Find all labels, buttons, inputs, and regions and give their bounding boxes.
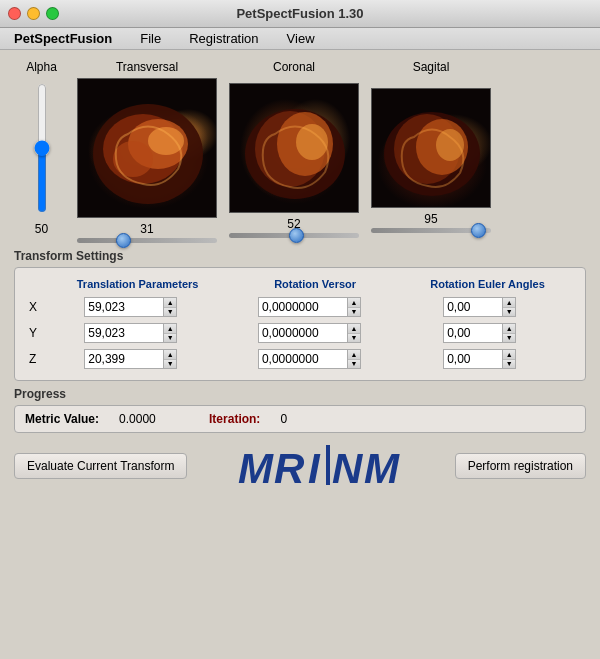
menubar: PetSpectFusion File Registration View (0, 28, 600, 50)
col-euler-header: Rotation Euler Angles (400, 276, 575, 294)
versor-z-up[interactable]: ▲ (348, 350, 360, 360)
progress-section: Progress Metric Value: 0.0000 Iteration:… (14, 387, 586, 433)
alpha-label: Alpha (26, 60, 57, 74)
menu-file[interactable]: File (134, 29, 167, 48)
sagital-view: Sagital 95 (371, 60, 491, 233)
transversal-label: Transversal (116, 60, 178, 74)
euler-z-input[interactable] (443, 349, 503, 369)
app-title: PetSpectFusion 1.30 (236, 6, 363, 21)
close-button[interactable] (8, 7, 21, 20)
euler-x-group: ▲ ▼ (443, 297, 516, 317)
svg-point-3 (148, 127, 184, 155)
translation-y-stepper[interactable]: ▲ ▼ (163, 323, 177, 343)
axis-y-label: Y (25, 320, 45, 346)
svg-text:M: M (364, 445, 400, 491)
transform-row-z: Z ▲ ▼ (25, 346, 575, 372)
menu-registration[interactable]: Registration (183, 29, 264, 48)
logo-container: M R I N M (187, 441, 454, 491)
translation-z-down[interactable]: ▼ (164, 360, 176, 369)
versor-x-up[interactable]: ▲ (348, 298, 360, 308)
translation-x-down[interactable]: ▼ (164, 308, 176, 317)
translation-z-up[interactable]: ▲ (164, 350, 176, 360)
svg-text:R: R (274, 445, 305, 491)
metric-label: Metric Value: (25, 412, 99, 426)
menu-view[interactable]: View (281, 29, 321, 48)
versor-z-input[interactable] (258, 349, 348, 369)
translation-x-up[interactable]: ▲ (164, 298, 176, 308)
col-translation-header: Translation Parameters (45, 276, 230, 294)
svg-rect-16 (326, 445, 330, 485)
transversal-slider[interactable] (77, 238, 217, 243)
translation-y-up[interactable]: ▲ (164, 324, 176, 334)
translation-x-group: ▲ ▼ (84, 297, 177, 317)
window-controls (8, 7, 59, 20)
titlebar: PetSpectFusion 1.30 (0, 0, 600, 28)
euler-z-group: ▲ ▼ (443, 349, 516, 369)
register-button[interactable]: Perform registration (455, 453, 586, 479)
translation-x-input[interactable] (84, 297, 164, 317)
versor-y-up[interactable]: ▲ (348, 324, 360, 334)
progress-section-header: Progress (14, 387, 586, 401)
euler-x-input[interactable] (443, 297, 503, 317)
svg-point-12 (436, 129, 464, 161)
sagital-label: Sagital (413, 60, 450, 74)
translation-y-group: ▲ ▼ (84, 323, 177, 343)
versor-x-input[interactable] (258, 297, 348, 317)
translation-y-down[interactable]: ▼ (164, 334, 176, 343)
sagital-canvas (371, 88, 491, 208)
versor-z-stepper[interactable]: ▲ ▼ (347, 349, 361, 369)
progress-panel: Metric Value: 0.0000 Iteration: 0 (14, 405, 586, 433)
translation-z-group: ▲ ▼ (84, 349, 177, 369)
iteration-value: 0 (280, 412, 310, 426)
euler-z-up[interactable]: ▲ (503, 350, 515, 360)
translation-y-input[interactable] (84, 323, 164, 343)
evaluate-button[interactable]: Evaluate Current Transform (14, 453, 187, 479)
versor-y-input[interactable] (258, 323, 348, 343)
versor-x-stepper[interactable]: ▲ ▼ (347, 297, 361, 317)
euler-x-down[interactable]: ▼ (503, 308, 515, 317)
euler-y-up[interactable]: ▲ (503, 324, 515, 334)
coronal-view: Coronal 52 (229, 60, 359, 238)
versor-x-down[interactable]: ▼ (348, 308, 360, 317)
sagital-slider[interactable] (371, 228, 491, 233)
maximize-button[interactable] (46, 7, 59, 20)
euler-x-up[interactable]: ▲ (503, 298, 515, 308)
versor-y-stepper[interactable]: ▲ ▼ (347, 323, 361, 343)
versor-z-group: ▲ ▼ (258, 349, 361, 369)
versor-y-group: ▲ ▼ (258, 323, 361, 343)
euler-z-down[interactable]: ▼ (503, 360, 515, 369)
svg-text:I: I (308, 445, 321, 491)
coronal-canvas (229, 83, 359, 213)
transform-row-x: X ▲ ▼ (25, 294, 575, 320)
coronal-slider[interactable] (229, 233, 359, 238)
euler-y-down[interactable]: ▼ (503, 334, 515, 343)
menu-app[interactable]: PetSpectFusion (8, 29, 118, 48)
col-versor-header: Rotation Versor (230, 276, 400, 294)
translation-z-stepper[interactable]: ▲ ▼ (163, 349, 177, 369)
bottom-row: Evaluate Current Transform M R I N M Per… (14, 441, 586, 491)
euler-z-stepper[interactable]: ▲ ▼ (502, 349, 516, 369)
versor-x-group: ▲ ▼ (258, 297, 361, 317)
transform-row-y: Y ▲ ▼ (25, 320, 575, 346)
svg-text:M: M (238, 445, 274, 491)
svg-point-4 (113, 141, 153, 177)
transform-table: Translation Parameters Rotation Versor R… (25, 276, 575, 372)
mrinm-logo: M R I N M (236, 441, 406, 491)
euler-x-stepper[interactable]: ▲ ▼ (502, 297, 516, 317)
transform-panel: Translation Parameters Rotation Versor R… (14, 267, 586, 381)
minimize-button[interactable] (27, 7, 40, 20)
euler-y-stepper[interactable]: ▲ ▼ (502, 323, 516, 343)
versor-y-down[interactable]: ▼ (348, 334, 360, 343)
alpha-section: Alpha 50 (14, 60, 69, 236)
alpha-slider[interactable] (33, 83, 51, 213)
euler-y-input[interactable] (443, 323, 503, 343)
translation-x-stepper[interactable]: ▲ ▼ (163, 297, 177, 317)
transversal-view: Transversal 31 (77, 60, 217, 243)
main-content: Alpha 50 Transversal 31 (0, 50, 600, 659)
euler-y-group: ▲ ▼ (443, 323, 516, 343)
axis-z-label: Z (25, 346, 45, 372)
axis-x-label: X (25, 294, 45, 320)
translation-z-input[interactable] (84, 349, 164, 369)
metric-value: 0.0000 (119, 412, 189, 426)
versor-z-down[interactable]: ▼ (348, 360, 360, 369)
